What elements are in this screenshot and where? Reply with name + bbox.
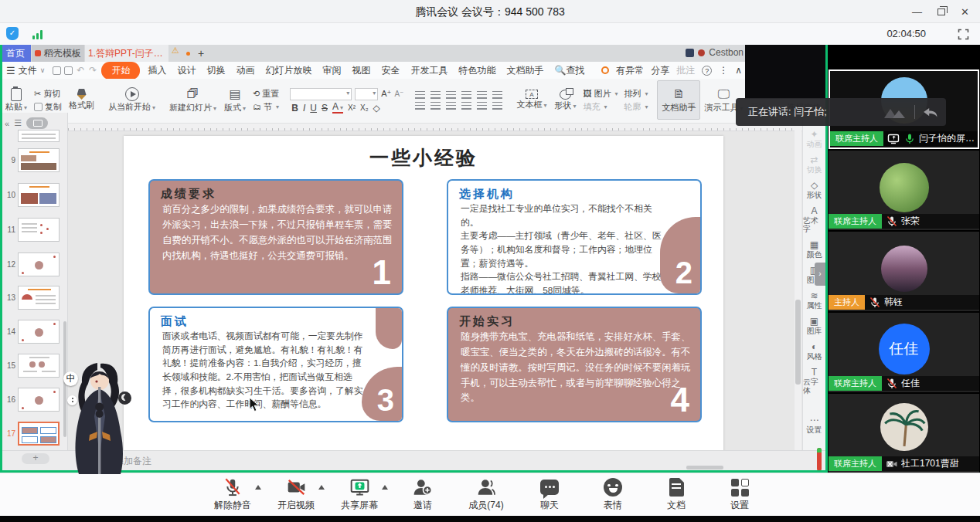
chat-button[interactable]: 聊天 [527, 476, 572, 512]
abnormal-button[interactable]: 有异常 [616, 64, 644, 77]
align-left-icon[interactable] [415, 102, 425, 110]
menu-features[interactable]: 特色功能 [453, 63, 501, 79]
strike-button[interactable]: S [322, 103, 328, 114]
network-signal-icon[interactable] [32, 30, 43, 39]
slide-thumbnail[interactable] [18, 183, 60, 207]
ime-language-badge[interactable]: 中 [63, 371, 78, 386]
copy-button[interactable]: 复制 [31, 100, 65, 114]
vertical-scrollbar-thumb[interactable] [795, 300, 801, 385]
print-icon[interactable] [64, 66, 73, 75]
share-options-caret[interactable] [382, 485, 388, 490]
tool-properties[interactable]: ≋属性 [807, 291, 822, 310]
superscript-button[interactable]: X² [348, 103, 356, 112]
fullscreen-icon[interactable] [958, 29, 969, 40]
arrange-button[interactable]: 排列 [621, 87, 651, 100]
menu-view[interactable]: 视图 [346, 63, 376, 79]
reset-button[interactable]: ⟲重置 [250, 87, 282, 100]
slide-thumbnail[interactable] [18, 148, 60, 172]
columns-icon[interactable] [492, 102, 502, 110]
justify-icon[interactable] [461, 102, 471, 110]
font-color-button[interactable]: A [332, 103, 343, 114]
mic-options-caret[interactable] [255, 485, 261, 490]
security-shield-icon[interactable]: ✓ [6, 27, 19, 40]
slide-thumbnail[interactable] [18, 388, 60, 412]
docs-button[interactable]: 文档 [654, 476, 699, 512]
shapes-button[interactable]: 形状 [550, 80, 580, 120]
slide-thumbnail[interactable] [18, 320, 60, 344]
fill-button[interactable]: 填充 [580, 100, 621, 114]
video-options-caret[interactable] [318, 485, 325, 490]
italic-button[interactable]: I [303, 103, 305, 114]
decrease-indent-icon[interactable] [446, 91, 456, 99]
numbered-list-icon[interactable] [430, 91, 441, 99]
section-button[interactable]: 🗂节 [250, 100, 282, 114]
distribute-icon[interactable] [477, 102, 487, 110]
more-icon[interactable]: ⋮ [719, 65, 728, 76]
emoji-button[interactable]: 表情 [590, 476, 635, 512]
menu-animation[interactable]: 动画 [230, 63, 260, 79]
reply-arrow-icon[interactable] [921, 106, 938, 119]
outline-view-icon[interactable]: ☰ [14, 118, 22, 128]
underline-button[interactable]: U [310, 103, 317, 114]
help-icon[interactable]: ? [702, 66, 712, 76]
tab-wps-home[interactable]: 首页 [0, 45, 31, 62]
textbox-button[interactable]: A文本框 [512, 80, 550, 120]
tool-wordart[interactable]: A艺术字 [803, 206, 825, 233]
slide-thumbnail[interactable] [18, 218, 60, 242]
decrease-font-icon[interactable]: A⁻ [394, 90, 403, 98]
horizontal-scrollbar-thumb[interactable] [686, 466, 723, 469]
file-menu[interactable]: ☰文件∨ [0, 64, 51, 77]
collapse-ribbon-icon[interactable]: ∧ [735, 65, 742, 76]
menu-transition[interactable]: 切换 [201, 63, 230, 79]
tool-style[interactable]: ◐风格 [807, 342, 822, 361]
tool-colors[interactable]: ▦颜色 [807, 240, 822, 259]
menu-doc-assistant[interactable]: 文档助手 [501, 63, 549, 79]
bold-button[interactable]: B [291, 103, 298, 114]
bullet-list-icon[interactable] [415, 91, 425, 99]
subscript-button[interactable]: X₂ [360, 103, 369, 112]
tool-gallery[interactable]: ▣图库 [807, 317, 822, 335]
invite-button[interactable]: 邀请 [400, 476, 445, 512]
wps-account[interactable]: Cestbon [686, 47, 744, 58]
menu-security[interactable]: 安全 [376, 63, 405, 79]
new-slide-button[interactable]: 🗇新建幻灯片 [165, 80, 220, 120]
slide-thumbnail[interactable] [18, 253, 60, 276]
slide-canvas[interactable]: 一些小经验 成绩要求 前百分之多少的限制，如果成绩符合要求，就可以申请外派实习，… [124, 136, 723, 459]
start-video-button[interactable]: 开启视频 [274, 476, 318, 512]
tool-animation[interactable]: ✦动画 [807, 130, 822, 148]
tab-document[interactable]: 1.答辩PPT-闫子怡.pptx [85, 45, 168, 62]
participant-tile[interactable]: 主持人 韩钰 [829, 232, 979, 311]
increase-indent-icon[interactable] [461, 91, 471, 99]
tab-docer-templates[interactable]: 稻壳模板 [32, 45, 84, 62]
ime-menu-icon[interactable] [67, 395, 77, 405]
settings-button[interactable]: 设置 [717, 476, 762, 512]
menu-insert[interactable]: 插入 [142, 63, 172, 79]
font-size-select[interactable] [355, 88, 378, 100]
format-painter-button[interactable]: 格式刷 [65, 80, 98, 120]
warning-icon[interactable]: ⚠ [172, 46, 179, 56]
align-center-icon[interactable] [430, 102, 441, 110]
save-icon[interactable] [53, 66, 61, 75]
menu-slideshow[interactable]: 幻灯片放映 [260, 63, 317, 79]
font-family-select[interactable] [290, 88, 352, 100]
participant-tile[interactable]: 任佳 联席主持人 任佳 [829, 313, 979, 392]
slide-thumbnail[interactable] [18, 286, 60, 310]
minimize-icon[interactable]: — [912, 6, 922, 18]
menu-home[interactable]: 开始 [101, 62, 140, 80]
text-direction-icon[interactable] [477, 91, 487, 99]
slide-thumbnail[interactable] [18, 130, 60, 142]
add-slide-button[interactable]: + [22, 453, 49, 464]
redo-icon[interactable]: ↷ [87, 65, 99, 76]
tool-settings[interactable]: ⋯设置 [807, 415, 822, 434]
participant-tile[interactable]: 联席主持人 社工1701曹甜 [829, 394, 979, 473]
unmute-button[interactable]: 解除静音 [210, 476, 255, 512]
vertical-scrollbar[interactable] [795, 113, 801, 450]
play-from-current-button[interactable]: 从当前开始 [104, 80, 159, 120]
menu-design[interactable]: 设计 [172, 63, 201, 79]
participant-tile[interactable]: 联席主持人 张荣 [829, 151, 979, 230]
menu-find[interactable]: 🔍查找 [549, 63, 590, 79]
ime-mode-icon[interactable] [118, 392, 131, 405]
increase-font-icon[interactable]: A⁺ [381, 89, 391, 99]
close-icon[interactable]: ✕ [961, 6, 969, 18]
tool-cloud-fonts[interactable]: T云字体 [803, 368, 825, 395]
